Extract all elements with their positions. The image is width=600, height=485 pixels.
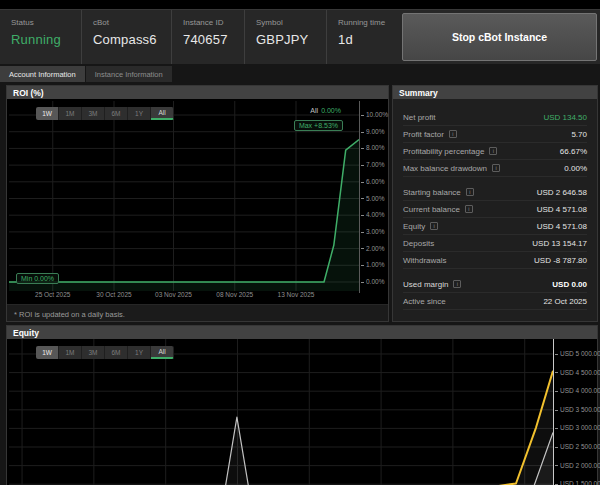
info-icon[interactable]: i — [449, 130, 457, 138]
summary-row-value: 0.00% — [564, 164, 587, 173]
info-icon[interactable]: i — [489, 147, 497, 155]
stat-value: GBPJPY — [256, 32, 326, 47]
stat-label: Status — [11, 18, 81, 27]
y-axis-tick-label: USD 3 000.00 — [555, 424, 600, 431]
header-stat-cbot: cBotCompass6 — [81, 10, 171, 64]
summary-row: Active since22 Oct 2025 — [403, 293, 587, 310]
y-axis-tick-label: 10.00% — [361, 111, 388, 118]
roi-min-tag: Min 0.00% — [16, 273, 59, 284]
stat-label: cBot — [93, 18, 171, 27]
roi-panel-title: ROI (%) — [7, 86, 388, 99]
equity-panel: Equity 1W1M3M6M1YAll USD 5 000.00USD 4 5… — [6, 325, 598, 485]
stat-label: Instance ID — [183, 18, 244, 27]
summary-row-value: USD -8 787.80 — [534, 256, 587, 265]
period-button-3m[interactable]: 3M — [82, 346, 105, 359]
summary-row: WithdrawalsUSD -8 787.80 — [403, 252, 587, 269]
period-button-1w[interactable]: 1W — [36, 107, 59, 120]
roi-legend: All0.00% — [310, 107, 341, 114]
summary-row: Profitability percentagei66.67% — [403, 143, 587, 160]
roi-footnote: * ROI is updated on a daily basis. — [7, 304, 388, 321]
y-axis-tick-label: 0.00% — [361, 278, 384, 285]
summary-row-label: Max balance drawdowni — [403, 164, 500, 173]
summary-row-label: Profit factori — [403, 130, 457, 139]
equity-panel-title: Equity — [7, 326, 597, 339]
roi-x-axis: 25 Oct 202530 Oct 202503 Nov 202508 Nov … — [9, 291, 359, 301]
summary-spacer — [403, 269, 587, 276]
y-axis-tick-label: 1.00% — [361, 261, 384, 268]
y-axis-tick-label: 3.00% — [361, 228, 384, 235]
header-stat-symbol: SymbolGBPJPY — [244, 10, 326, 64]
summary-row: Profit factori5.70 — [403, 126, 587, 143]
info-icon[interactable]: i — [492, 164, 500, 172]
period-button-1m[interactable]: 1M — [59, 346, 82, 359]
period-button-3m[interactable]: 3M — [82, 107, 105, 120]
period-button-1y[interactable]: 1Y — [128, 346, 151, 359]
y-axis-tick-label: 2.00% — [361, 245, 384, 252]
summary-panel: Summary Net profitUSD 134.50Profit facto… — [392, 85, 598, 322]
summary-row-label: Deposits — [403, 239, 434, 248]
window-top-strip — [0, 0, 600, 9]
period-button-1m[interactable]: 1M — [59, 107, 82, 120]
summary-row-value: USD 0.00 — [552, 280, 587, 289]
y-axis-tick-label: 4.00% — [361, 211, 384, 218]
y-axis-tick-label: USD 4 500.00 — [555, 369, 600, 376]
header-stats: StatusRunningcBotCompass6Instance ID7406… — [0, 10, 402, 64]
x-axis-tick-label: 25 Oct 2025 — [18, 291, 88, 298]
summary-row-value: USD 134.50 — [543, 113, 587, 122]
header-stat-instance-id: Instance ID740657 — [171, 10, 244, 64]
x-axis-tick-label: 13 Nov 2025 — [261, 291, 331, 298]
stat-value: Running — [11, 32, 81, 47]
summary-row-value: 22 Oct 2025 — [543, 297, 587, 306]
tab-instance-information[interactable]: Instance Information — [86, 66, 172, 82]
summary-row: Max balance drawdowni0.00% — [403, 160, 587, 177]
summary-row: Used marginiUSD 0.00 — [403, 276, 587, 293]
summary-row-value: USD 4 571.08 — [537, 205, 587, 214]
info-icon[interactable]: i — [453, 280, 461, 288]
summary-row-label: Current balancei — [403, 205, 473, 214]
summary-row-label: Profitability percentagei — [403, 147, 497, 156]
period-button-1y[interactable]: 1Y — [128, 107, 151, 120]
summary-row: Net profitUSD 134.50 — [403, 109, 587, 126]
period-button-6m[interactable]: 6M — [105, 107, 128, 120]
summary-row-value: 5.70 — [571, 130, 587, 139]
summary-row-value: 66.67% — [560, 147, 587, 156]
period-button-all[interactable]: All — [151, 346, 174, 359]
roi-chart-area: 1W1M3M6M1YAll All0.00% Max +8.53% Min 0.… — [7, 99, 388, 321]
summary-row-label: Equityi — [403, 222, 438, 231]
summary-row-label: Used margini — [403, 280, 461, 289]
roi-legend-value: 0.00% — [321, 107, 341, 114]
roi-y-axis: 10.00%9.00%8.00%7.00%6.00%5.00%4.00%3.00… — [359, 101, 388, 293]
y-axis-tick-label: USD 4 000.00 — [555, 387, 600, 394]
period-button-all[interactable]: All — [151, 107, 174, 120]
header-stat-running-time: Running time1d — [326, 10, 402, 64]
y-axis-tick-label: USD 2 500.00 — [555, 443, 600, 450]
summary-row-label: Starting balancei — [403, 188, 474, 197]
equity-y-axis: USD 5 000.00USD 4 500.00USD 4 000.00USD … — [553, 339, 598, 485]
summary-row-value: USD 4 571.08 — [537, 222, 587, 231]
x-axis-tick-label: 03 Nov 2025 — [139, 291, 209, 298]
summary-spacer — [403, 177, 587, 184]
stop-cbot-instance-button[interactable]: Stop cBot Instance — [402, 13, 597, 61]
x-axis-tick-label: 08 Nov 2025 — [200, 291, 270, 298]
instance-header: StatusRunningcBotCompass6Instance ID7406… — [0, 9, 600, 64]
period-button-1w[interactable]: 1W — [36, 346, 59, 359]
info-icon[interactable]: i — [430, 222, 438, 230]
stat-label: Running time — [338, 18, 402, 27]
info-icon[interactable]: i — [465, 205, 473, 213]
summary-panel-title: Summary — [393, 86, 597, 99]
equity-line-chart[interactable] — [9, 339, 553, 485]
period-button-6m[interactable]: 6M — [105, 346, 128, 359]
y-axis-tick-label: USD 5 000.00 — [555, 350, 600, 357]
summary-row: DepositsUSD 13 154.17 — [403, 235, 587, 252]
roi-panel: ROI (%) 1W1M3M6M1YAll All0.00% Max +8.53… — [6, 85, 389, 322]
y-axis-tick-label: 9.00% — [361, 128, 384, 135]
tab-account-information[interactable]: Account Information — [0, 66, 85, 82]
summary-row-label: Active since — [403, 297, 446, 306]
header-stat-status: StatusRunning — [0, 10, 81, 64]
info-icon[interactable]: i — [466, 188, 474, 196]
summary-row-label: Net profit — [403, 113, 435, 122]
equity-period-buttons: 1W1M3M6M1YAll — [36, 346, 174, 359]
y-axis-tick-label: USD 2 000.00 — [555, 462, 600, 469]
summary-row: EquityiUSD 4 571.08 — [403, 218, 587, 235]
y-axis-tick-label: 8.00% — [361, 144, 384, 151]
